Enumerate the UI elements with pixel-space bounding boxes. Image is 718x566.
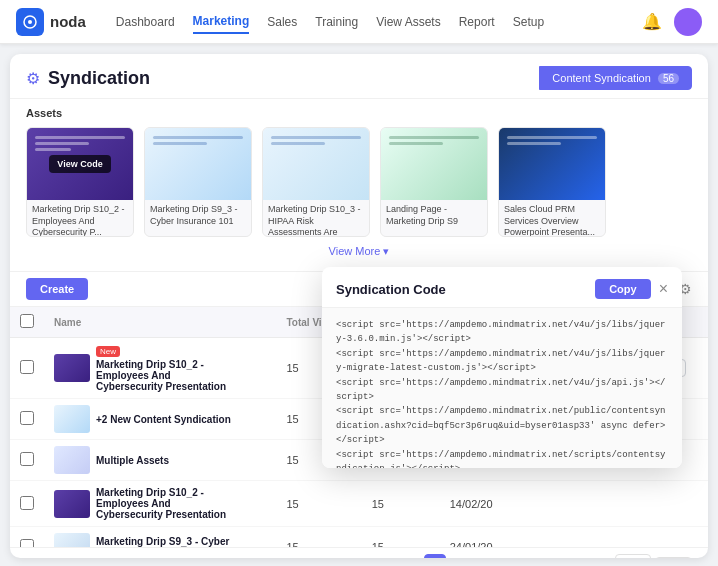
new-badge: New [96, 346, 120, 357]
code-line: <script src='https://ampdemo.mindmatrix.… [336, 448, 668, 468]
asset-overlay-1[interactable]: View Code [27, 128, 133, 200]
create-button[interactable]: Create [26, 278, 88, 300]
asset-thumb-3 [263, 128, 369, 200]
view-code-overlay-btn[interactable]: View Code [49, 155, 110, 173]
bell-icon[interactable]: 🔔 [642, 12, 662, 31]
page-title: Syndication [48, 68, 150, 89]
page-1[interactable]: 1 [424, 554, 446, 558]
asset-card-2[interactable]: Marketing Drip S9_3 - Cyber Insurance 10… [144, 127, 252, 237]
asset-thumb-2 [145, 128, 251, 200]
asset-card-4[interactable]: Landing Page - Marketing Drip S9 [380, 127, 488, 237]
modal-close-button[interactable]: × [659, 280, 668, 298]
code-line: <script src='https://ampdemo.mindmatrix.… [336, 347, 668, 376]
nav-marketing[interactable]: Marketing [193, 10, 250, 34]
nav-setup[interactable]: Setup [513, 11, 544, 33]
row-name: Marketing Drip S9_3 - Cyber Insurance 10… [96, 536, 236, 547]
asset-name-5: Sales Cloud PRM Services Overview Powerp… [499, 200, 605, 236]
asset-name-1: Marketing Drip S10_2 - Employees And Cyb… [27, 200, 133, 236]
row-thumbnail [54, 446, 90, 474]
svg-point-1 [28, 20, 32, 24]
row-name: Multiple Assets [96, 455, 169, 466]
nav-logo[interactable]: noda [16, 8, 86, 36]
main-page: ⚙ Syndication Content Syndication 56 Ass… [10, 54, 708, 558]
row-checkbox[interactable] [20, 360, 34, 374]
page-4[interactable]: 4 [502, 554, 524, 558]
asset-card-3[interactable]: Marketing Drip S10_3 - HIPAA Risk Assess… [262, 127, 370, 237]
tab-content-syndication[interactable]: Content Syndication 56 [539, 66, 692, 90]
syndication-code-modal: Syndication Code Copy × <script src='htt… [322, 267, 682, 468]
assets-label: Assets [26, 107, 692, 119]
col-name: Name [44, 307, 276, 338]
asset-card-5[interactable]: Sales Cloud PRM Services Overview Powerp… [498, 127, 606, 237]
page-tabs: Content Syndication 56 [539, 66, 692, 90]
nav-dashboard[interactable]: Dashboard [116, 11, 175, 33]
row-name: Marketing Drip S10_2 - Employees And Cyb… [96, 487, 236, 520]
nav-training[interactable]: Training [315, 11, 358, 33]
row-updated-on [526, 481, 614, 527]
pagination-pages: 1 2 3 4 5 Go to Page Go › [424, 554, 692, 558]
page-2[interactable]: 2 [450, 554, 472, 558]
row-checkbox[interactable] [20, 411, 34, 425]
code-line: <script src='https://ampdemo.mindmatrix.… [336, 404, 668, 447]
nav-view-assets[interactable]: View Assets [376, 11, 440, 33]
row-thumbnail [54, 354, 90, 382]
modal-header-right: Copy × [595, 279, 668, 299]
assets-section: Assets View Code Marketing Drip S10_2 - … [10, 99, 708, 271]
row-checkbox[interactable] [20, 539, 34, 547]
asset-card-1[interactable]: View Code Marketing Drip S10_2 - Employe… [26, 127, 134, 237]
modal-title: Syndication Code [336, 282, 446, 297]
syndication-icon: ⚙ [26, 69, 40, 88]
table-row: Marketing Drip S9_3 - Cyber Insurance 10… [10, 527, 708, 548]
logo-text: noda [50, 13, 86, 30]
row-total-views: 15 [276, 481, 361, 527]
pagination: Showing 1 to 10 of 103 entries 1 2 3 4 5… [10, 547, 708, 558]
top-nav: noda Dashboard Marketing Sales Training … [0, 0, 718, 44]
page-3[interactable]: 3 [476, 554, 498, 558]
row-updated-on [526, 527, 614, 548]
asset-name-4: Landing Page - Marketing Drip S9 [381, 200, 487, 236]
row-form-fills: 15 [362, 481, 440, 527]
logo-icon [16, 8, 44, 36]
user-avatar[interactable] [674, 8, 702, 36]
assets-grid: View Code Marketing Drip S10_2 - Employe… [26, 127, 692, 237]
view-more-row: View More ▾ [26, 237, 692, 263]
modal-code-block: <script src='https://ampdemo.mindmatrix.… [322, 308, 682, 468]
page-title-row: ⚙ Syndication [26, 68, 150, 89]
nav-report[interactable]: Report [459, 11, 495, 33]
row-checkbox[interactable] [20, 496, 34, 510]
row-thumbnail [54, 533, 90, 547]
nav-links: Dashboard Marketing Sales Training View … [116, 10, 642, 34]
page-5[interactable]: 5 [528, 554, 550, 558]
asset-name-2: Marketing Drip S9_3 - Cyber Insurance 10… [145, 200, 251, 236]
asset-thumb-4 [381, 128, 487, 200]
asset-name-3: Marketing Drip S10_3 - HIPAA Risk Assess… [263, 200, 369, 236]
code-line: <script src='https://ampdemo.mindmatrix.… [336, 376, 668, 405]
row-name: +2 New Content Syndication [96, 414, 231, 425]
row-created-on: 14/02/20 [440, 481, 526, 527]
nav-right: 🔔 [642, 8, 702, 36]
asset-thumb-1: View Code [27, 128, 133, 200]
nav-sales[interactable]: Sales [267, 11, 297, 33]
code-line: <script src='https://ampdemo.mindmatrix.… [336, 318, 668, 347]
modal-header: Syndication Code Copy × [322, 267, 682, 308]
select-all-checkbox[interactable] [20, 314, 34, 328]
table-row: Marketing Drip S10_2 - Employees And Cyb… [10, 481, 708, 527]
row-name: Marketing Drip S10_2 - Employees And Cyb… [96, 359, 236, 392]
row-form-fills: 15 [362, 527, 440, 548]
page-header: ⚙ Syndication Content Syndication 56 [10, 54, 708, 99]
go-button[interactable]: Go › [655, 557, 692, 559]
row-thumbnail [54, 490, 90, 518]
row-total-views: 15 [276, 527, 361, 548]
copy-button[interactable]: Copy [595, 279, 651, 299]
row-thumbnail [54, 405, 90, 433]
asset-thumb-5 [499, 128, 605, 200]
view-more-link[interactable]: View More ▾ [329, 245, 390, 257]
go-to-page-input[interactable] [615, 554, 651, 558]
row-created-on: 24/01/20 [440, 527, 526, 548]
row-checkbox[interactable] [20, 452, 34, 466]
